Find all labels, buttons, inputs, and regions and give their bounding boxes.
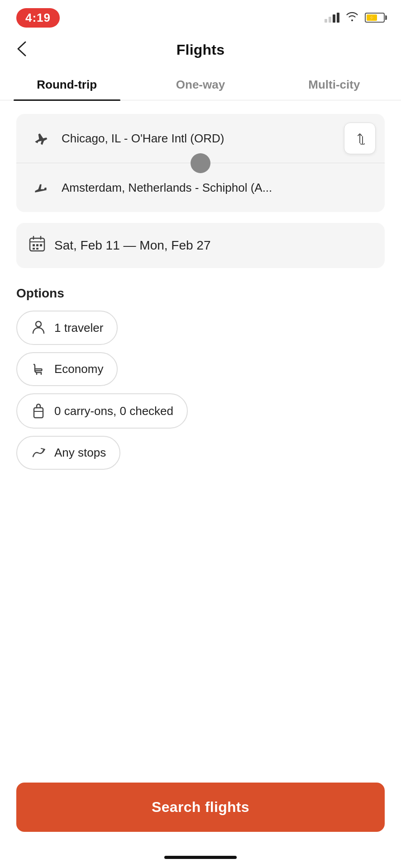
- stops-option[interactable]: Any stops: [16, 436, 120, 470]
- svg-rect-3: [40, 244, 42, 246]
- page-title: Flights: [177, 42, 224, 58]
- options-section: Options 1 traveler: [16, 286, 385, 470]
- home-indicator: [164, 856, 237, 859]
- stops-label: Any stops: [54, 446, 106, 460]
- search-flights-button[interactable]: Search flights: [16, 783, 385, 832]
- seat-icon: [31, 363, 46, 376]
- bags-option[interactable]: 0 carry-ons, 0 checked: [16, 393, 188, 429]
- route-card: Chicago, IL - O'Hare Intl (ORD) Amsterda…: [16, 114, 385, 212]
- tab-one-way[interactable]: One-way: [134, 68, 267, 100]
- cabin-option[interactable]: Economy: [16, 352, 118, 386]
- date-range-text: Sat, Feb 11 — Mon, Feb 27: [54, 238, 211, 253]
- bags-label: 0 carry-ons, 0 checked: [54, 404, 173, 418]
- stops-icon: [31, 447, 46, 459]
- tab-multi-city[interactable]: Multi-city: [267, 68, 401, 100]
- swap-button[interactable]: [344, 123, 376, 154]
- cabin-label: Economy: [54, 362, 103, 376]
- svg-rect-5: [36, 248, 38, 250]
- landing-icon: [29, 176, 53, 199]
- bag-icon: [31, 403, 46, 419]
- battery-icon: ⚡: [365, 13, 385, 23]
- main-content: Chicago, IL - O'Hare Intl (ORD) Amsterda…: [0, 100, 401, 483]
- back-button[interactable]: [16, 40, 27, 60]
- trip-type-tabs: Round-trip One-way Multi-city: [0, 68, 401, 100]
- date-card[interactable]: Sat, Feb 11 — Mon, Feb 27: [16, 223, 385, 268]
- origin-text: Chicago, IL - O'Hare Intl (ORD): [62, 132, 372, 146]
- takeoff-icon: [29, 127, 53, 150]
- travelers-label: 1 traveler: [54, 321, 103, 335]
- status-bar: 4:19 ⚡: [0, 0, 401, 32]
- status-time: 4:19: [16, 8, 60, 28]
- options-label: Options: [16, 286, 385, 301]
- status-icons: ⚡: [325, 11, 385, 24]
- tab-round-trip[interactable]: Round-trip: [0, 68, 134, 100]
- origin-row[interactable]: Chicago, IL - O'Hare Intl (ORD): [16, 114, 385, 163]
- wifi-icon: [346, 11, 358, 24]
- svg-rect-7: [34, 408, 43, 418]
- traveler-icon: [31, 321, 46, 335]
- page-header: Flights: [0, 32, 401, 68]
- destination-row[interactable]: Amsterdam, Netherlands - Schiphol (A...: [16, 163, 385, 212]
- travelers-option[interactable]: 1 traveler: [16, 311, 118, 345]
- signal-icon: [325, 13, 339, 23]
- options-list: 1 traveler Economy: [16, 311, 385, 470]
- svg-point-6: [36, 321, 41, 327]
- destination-text: Amsterdam, Netherlands - Schiphol (A...: [62, 181, 372, 195]
- svg-rect-2: [36, 244, 38, 246]
- svg-rect-1: [33, 244, 35, 246]
- calendar-icon: [29, 236, 45, 255]
- svg-rect-4: [33, 248, 35, 250]
